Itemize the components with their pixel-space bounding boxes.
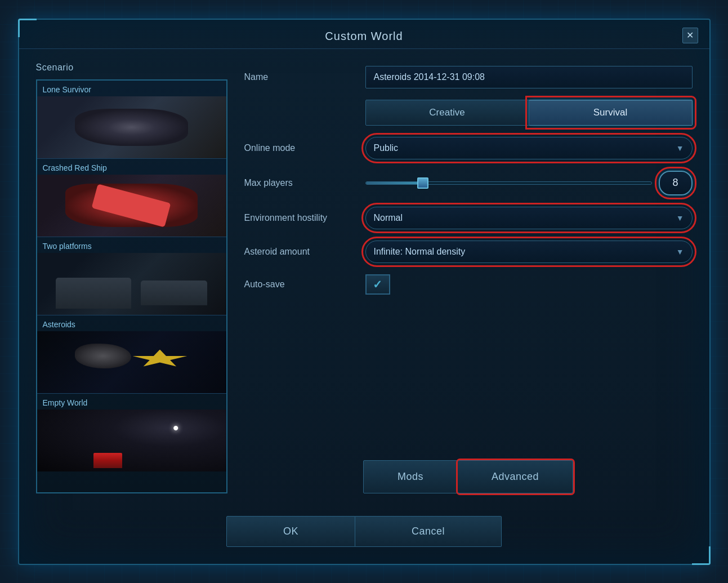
max-players-slider-fill	[366, 182, 423, 184]
scenario-item-image	[37, 175, 226, 237]
env-hostility-dropdown[interactable]: Normal ▼	[365, 207, 693, 229]
autosave-checkbox[interactable]: ✓	[365, 274, 390, 295]
scenario-item-name: Asteroids	[37, 315, 226, 331]
scenario-list[interactable]: Lone Survivor Crashed Red Ship Two platf…	[36, 79, 227, 493]
env-hostility-row: Environment hostility Normal ▼	[244, 207, 693, 229]
online-mode-arrow: ▼	[676, 144, 684, 153]
name-label: Name	[244, 72, 357, 82]
asteroid-amount-dropdown[interactable]: Infinite: Normal density ▼	[365, 241, 693, 263]
max-players-slider-track[interactable]	[365, 181, 652, 185]
config-panel: Name Creative Survival Online mode Publi…	[244, 60, 693, 493]
autosave-label: Auto-save	[244, 279, 357, 290]
scenario-item-name: Crashed Red Ship	[37, 159, 226, 175]
asteroid-amount-arrow: ▼	[676, 247, 684, 256]
advanced-button[interactable]: Advanced	[458, 460, 573, 493]
online-mode-row: Online mode Public ▼	[244, 137, 693, 159]
scenario-item-image	[37, 253, 226, 315]
dialog: Custom World ✕ Scenario Lone Survivor Cr…	[18, 19, 711, 565]
autosave-value: ✓	[365, 274, 693, 295]
close-button[interactable]: ✕	[682, 28, 698, 43]
asteroid-amount-row: Asteroid amount Infinite: Normal density…	[244, 241, 693, 263]
title-bar: Custom World ✕	[19, 20, 709, 49]
mode-row: Creative Survival	[365, 100, 693, 126]
autosave-row: Auto-save ✓	[244, 274, 693, 295]
online-mode-value: Public ▼	[365, 137, 693, 159]
scenario-item-lone-survivor[interactable]: Lone Survivor	[37, 81, 226, 159]
cancel-button[interactable]: Cancel	[355, 516, 502, 547]
env-hostility-arrow: ▼	[676, 213, 684, 222]
env-hostility-value: Normal ▼	[365, 207, 693, 229]
env-hostility-label: Environment hostility	[244, 213, 357, 223]
max-players-label: Max players	[244, 178, 357, 188]
dialog-footer: OK Cancel	[19, 505, 709, 564]
dialog-title: Custom World	[325, 30, 403, 43]
name-row: Name	[244, 66, 693, 88]
mods-button[interactable]: Mods	[363, 460, 458, 493]
scenario-item-image	[37, 331, 226, 393]
scenario-panel: Scenario Lone Survivor Crashed Red Ship …	[36, 60, 227, 493]
max-players-slider-thumb[interactable]	[417, 177, 428, 189]
env-hostility-text: Normal	[374, 213, 672, 223]
asteroid-amount-text: Infinite: Normal density	[374, 247, 672, 257]
max-players-value: 8	[365, 171, 693, 195]
ok-button[interactable]: OK	[226, 516, 355, 547]
scenario-item-crashed-red[interactable]: Crashed Red Ship	[37, 159, 226, 237]
dialog-body: Scenario Lone Survivor Crashed Red Ship …	[19, 49, 709, 505]
online-mode-dropdown[interactable]: Public ▼	[365, 137, 693, 159]
scenario-item-name: Two platforms	[37, 237, 226, 253]
name-input[interactable]	[365, 66, 693, 88]
scenario-item-asteroids[interactable]: Asteroids	[37, 315, 226, 394]
mode-survival-button[interactable]: Survival	[529, 100, 693, 126]
config-spacer	[244, 306, 693, 443]
name-field	[365, 66, 693, 88]
max-players-row: Max players 8	[244, 171, 693, 195]
scenario-item-empty-world[interactable]: Empty World	[37, 394, 226, 471]
online-mode-text: Public	[374, 143, 672, 153]
bottom-buttons: Mods Advanced	[244, 460, 693, 493]
autosave-checkmark: ✓	[373, 278, 382, 291]
scenario-item-name: Empty World	[37, 394, 226, 410]
scenario-item-name: Lone Survivor	[37, 81, 226, 96]
asteroid-amount-label: Asteroid amount	[244, 247, 357, 257]
scenario-item-image	[37, 410, 226, 471]
max-players-slider-row: 8	[365, 171, 693, 195]
max-players-value-box: 8	[659, 171, 693, 195]
scenario-item-image	[37, 96, 226, 158]
scenario-label: Scenario	[36, 60, 227, 75]
mode-creative-button[interactable]: Creative	[365, 100, 529, 126]
asteroid-amount-value: Infinite: Normal density ▼	[365, 241, 693, 263]
scenario-item-two-platforms[interactable]: Two platforms	[37, 237, 226, 315]
online-mode-label: Online mode	[244, 143, 357, 153]
